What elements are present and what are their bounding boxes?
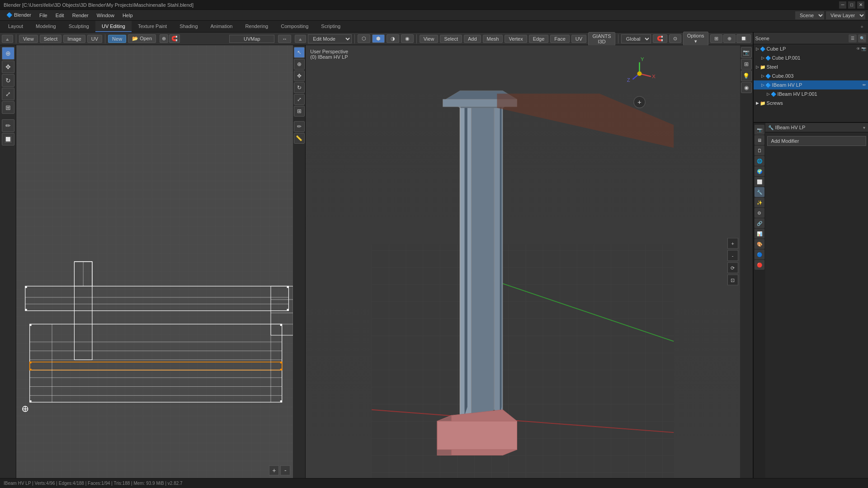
- uv-canvas[interactable]: + -: [16, 45, 293, 478]
- outliner-expand-cube-lp[interactable]: ▷: [755, 47, 760, 51]
- props-custom-tab-2[interactable]: 🔴: [755, 260, 764, 270]
- props-render-tab[interactable]: 📷: [755, 125, 764, 135]
- viewport-shading-btn[interactable]: 🔲: [736, 34, 751, 43]
- vp-light-nav[interactable]: 💡: [741, 70, 752, 81]
- outliner-item-steel[interactable]: ▷ 📁 Steel: [754, 62, 868, 71]
- outliner-expand-cube-lp-001[interactable]: ▷: [761, 56, 765, 60]
- tab-rendering[interactable]: Rendering: [239, 21, 274, 32]
- scene-select[interactable]: Scene: [795, 11, 824, 19]
- wireframe-btn[interactable]: ⬡: [358, 34, 370, 43]
- vp-add-menu[interactable]: Add: [464, 35, 481, 43]
- vp-uv-menu[interactable]: UV: [571, 35, 586, 43]
- tab-animation[interactable]: Animation: [204, 21, 239, 32]
- outliner-expand-cube-003[interactable]: ▷: [761, 74, 765, 78]
- tab-shading[interactable]: Shading: [173, 21, 204, 32]
- uv-zoom-in[interactable]: +: [269, 465, 279, 475]
- outliner-item-cube-003[interactable]: ▷ 🔷 Cube.003: [754, 71, 868, 80]
- tab-uv-editing[interactable]: UV Editing: [95, 21, 132, 32]
- outliner-expand-steel[interactable]: ▷: [755, 65, 760, 69]
- props-modifier-tab[interactable]: 🔧: [755, 187, 764, 197]
- tab-layout[interactable]: Layout: [2, 21, 29, 32]
- props-world-tab[interactable]: 🌍: [755, 166, 764, 176]
- uv-view-menu[interactable]: View: [19, 35, 38, 43]
- menu-window[interactable]: Window: [93, 12, 118, 19]
- uv-uv-menu[interactable]: UV: [87, 35, 102, 43]
- vp-edge-menu[interactable]: Edge: [529, 35, 549, 43]
- transform-orientations[interactable]: Global: [621, 34, 651, 43]
- uv-scale-tool[interactable]: ⤢: [2, 88, 14, 100]
- zoom-in-btn[interactable]: +: [727, 238, 738, 249]
- vp-giants-btn[interactable]: GIANTS I3D: [588, 32, 615, 46]
- vp-grid-nav[interactable]: ⊞: [741, 59, 752, 70]
- outliner-item-ibeam-hv-lp[interactable]: ▷ 🔷 IBeam HV LP ✏: [754, 80, 868, 89]
- viewport-type-btn[interactable]: ⟁: [295, 35, 306, 43]
- tab-scripting[interactable]: Scripting: [315, 21, 347, 32]
- options-btn[interactable]: Options ▾: [683, 32, 708, 46]
- uv-new-button[interactable]: New: [108, 35, 126, 43]
- uv-annotate-tool[interactable]: ✏: [2, 119, 14, 132]
- uv-select-menu[interactable]: Select: [40, 35, 62, 43]
- tab-sculpting[interactable]: Sculpting: [62, 21, 95, 32]
- frame-all-btn[interactable]: ⊡: [727, 275, 738, 286]
- props-custom-tab-1[interactable]: 🔵: [755, 249, 764, 259]
- viewport-mode-select[interactable]: Edit Mode Object Mode: [308, 34, 352, 43]
- viewport-overlay-btn[interactable]: ⊞: [710, 34, 722, 43]
- close-button[interactable]: ✕: [857, 1, 864, 9]
- outliner-eye-cube-lp[interactable]: 👁: [856, 47, 860, 51]
- menu-blender[interactable]: 🔷 Blender: [3, 11, 35, 19]
- solid-btn[interactable]: ⬢: [372, 34, 385, 43]
- vp-move-tool[interactable]: ✥: [294, 70, 305, 81]
- vp-scale-tool[interactable]: ⤢: [294, 94, 305, 105]
- outliner-filter-btn[interactable]: ☰: [849, 34, 857, 42]
- uv-transform-tool[interactable]: ⊞: [2, 101, 14, 114]
- props-scene-tab[interactable]: 🌐: [755, 156, 764, 166]
- vp-select-menu[interactable]: Select: [440, 35, 462, 43]
- uv-pivot-btn[interactable]: ⊕: [160, 34, 168, 43]
- editor-type-button[interactable]: ⟁: [2, 35, 13, 43]
- props-object-tab[interactable]: ⬜: [755, 177, 764, 187]
- props-output-tab[interactable]: 🖥: [755, 135, 764, 145]
- vp-measure-tool[interactable]: 📏: [294, 133, 305, 144]
- menu-render[interactable]: Render: [69, 12, 92, 19]
- viewport-gizmo-btn[interactable]: ⊕: [723, 34, 736, 43]
- proportional-edit-btn[interactable]: ⊙: [669, 34, 681, 43]
- menu-help[interactable]: Help: [119, 12, 137, 19]
- vp-annotate-tool[interactable]: ✏: [294, 121, 305, 132]
- outliner-search-btn[interactable]: 🔍: [858, 34, 866, 42]
- uv-cursor-tool[interactable]: ⊕: [2, 47, 14, 60]
- menu-edit[interactable]: Edit: [52, 12, 68, 19]
- props-particles-tab[interactable]: ✨: [755, 197, 764, 207]
- outliner-item-screws[interactable]: ▶ 📁 Screws: [754, 99, 868, 108]
- maximize-button[interactable]: □: [848, 1, 855, 9]
- render-btn[interactable]: ◉: [401, 34, 414, 43]
- uv-magnet-btn[interactable]: 🧲: [169, 34, 180, 43]
- vp-render-nav[interactable]: ◉: [741, 82, 752, 93]
- vp-mesh-menu[interactable]: Mesh: [483, 35, 503, 43]
- minimize-button[interactable]: ─: [839, 1, 846, 9]
- tab-texture-paint[interactable]: Texture Paint: [132, 21, 173, 32]
- props-physics-tab[interactable]: ⚙: [755, 208, 764, 218]
- material-btn[interactable]: ◑: [387, 34, 399, 43]
- uv-open-button[interactable]: 📂 Open: [128, 34, 156, 43]
- outliner-item-cube-lp-001[interactable]: ▷ 🔷 Cube LP.001: [754, 53, 868, 62]
- uv-zoom-out[interactable]: -: [280, 465, 290, 475]
- viewport-3d-canvas[interactable]: User Perspective (0) IBeam HV LP: [306, 45, 740, 478]
- uv-expand-btn[interactable]: ↔: [278, 35, 291, 43]
- outliner-render-cube-lp[interactable]: 📷: [861, 47, 866, 51]
- tab-modeling[interactable]: Modeling: [29, 21, 62, 32]
- vp-select-tool[interactable]: ↖: [294, 47, 305, 58]
- props-data-tab[interactable]: 📊: [755, 229, 764, 239]
- vp-rotate-tool[interactable]: ↻: [294, 82, 305, 93]
- outliner-item-cube-lp[interactable]: ▷ 🔷 Cube LP 👁 📷: [754, 44, 868, 53]
- props-constraints-tab[interactable]: 🔗: [755, 218, 764, 228]
- uv-image-menu[interactable]: Image: [63, 35, 85, 43]
- vp-transform-tool[interactable]: ⊞: [294, 106, 305, 117]
- vp-face-menu[interactable]: Face: [550, 35, 569, 43]
- vp-vertex-menu[interactable]: Vertex: [505, 35, 527, 43]
- props-view-layer-tab[interactable]: 🗒: [755, 145, 764, 155]
- local-view-btn[interactable]: ⟳: [727, 263, 738, 273]
- add-modifier-button[interactable]: Add Modifier: [767, 136, 866, 146]
- outliner-item-ibeam-hv-lp-001[interactable]: ▷ 🔷 IBeam HV LP:001: [754, 89, 868, 99]
- uv-move-tool[interactable]: ✥: [2, 61, 14, 73]
- outliner-expand-ibeam-hv-lp-001[interactable]: ▷: [766, 92, 771, 96]
